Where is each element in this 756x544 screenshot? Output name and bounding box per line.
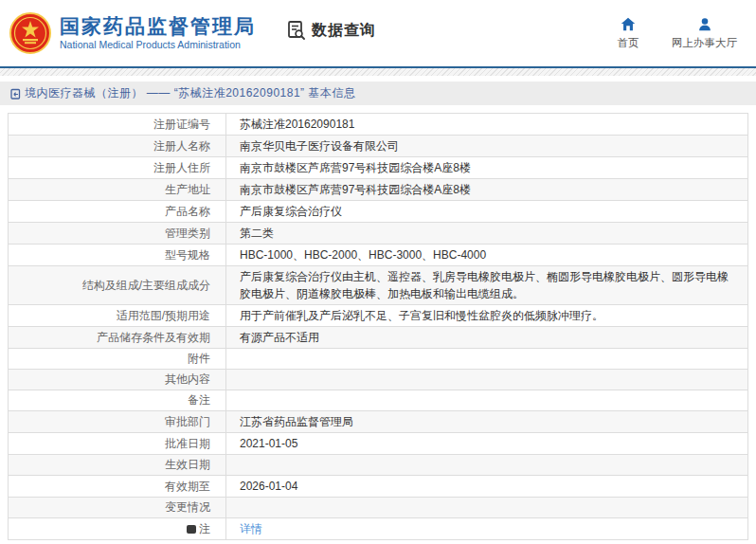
main-content: 注册证编号苏械注准20162090181注册人名称南京华贝电子医疗设备有限公司注… xyxy=(0,105,756,540)
row-value: 苏械注准20162090181 xyxy=(226,114,748,136)
table-row: 生效日期 xyxy=(9,455,748,476)
table-row: 结构及组成/主要组成成分产后康复综合治疗仪由主机、遥控器、乳房导电橡胶电极片、椭… xyxy=(9,266,748,305)
site-logo[interactable]: 国家药品监督管理局 National Medical Products Admi… xyxy=(9,12,256,54)
nav-service-hall[interactable]: 网上办事大厅 xyxy=(672,16,737,50)
row-label: 管理类别 xyxy=(9,223,226,245)
row-value: 详情 xyxy=(226,518,748,540)
table-row: 附件 xyxy=(9,349,748,370)
row-label: 适用范围/预期用途 xyxy=(9,305,226,327)
row-value: 江苏省药品监督管理局 xyxy=(226,411,748,433)
row-label: 注 xyxy=(9,518,226,540)
row-value xyxy=(226,349,748,370)
row-label: 产品储存条件及有效期 xyxy=(9,327,226,349)
site-subtitle: National Medical Products Administration xyxy=(60,38,256,51)
breadcrumb-text: 境内医疗器械（注册） —— “苏械注准20162090181” 基本信息 xyxy=(25,85,355,101)
table-row: 有效期至2026-01-04 xyxy=(9,476,748,498)
row-value: 2021-01-05 xyxy=(226,433,748,455)
row-label: 备注 xyxy=(9,390,226,411)
home-icon xyxy=(620,16,637,33)
row-value: 南京华贝电子医疗设备有限公司 xyxy=(226,136,748,157)
row-label: 生效日期 xyxy=(9,455,226,476)
row-value: 有源产品不适用 xyxy=(226,327,748,349)
table-row: 注册证编号苏械注准20162090181 xyxy=(9,114,748,136)
table-row: 批准日期2021-01-05 xyxy=(9,433,748,455)
header-nav: 首页 网上办事大厅 xyxy=(609,16,737,50)
row-value: HBC-1000、HBC-2000、HBC-3000、HBC-4000 xyxy=(226,245,748,266)
row-value: 产后康复综合治疗仪 xyxy=(226,201,748,223)
row-label: 审批部门 xyxy=(9,411,226,433)
back-icon[interactable] xyxy=(9,88,21,100)
table-row: 管理类别第二类 xyxy=(9,223,748,245)
row-label: 产品名称 xyxy=(9,201,226,223)
table-row: 其他内容 xyxy=(9,370,748,390)
site-header: 国家药品监督管理局 National Medical Products Admi… xyxy=(0,0,756,68)
row-value xyxy=(226,455,748,476)
row-label: 其他内容 xyxy=(9,370,226,390)
nav-service-hall-label: 网上办事大厅 xyxy=(672,36,737,50)
table-row: 注详情 xyxy=(9,518,748,540)
nav-home[interactable]: 首页 xyxy=(609,16,647,50)
table-row: 型号规格HBC-1000、HBC-2000、HBC-3000、HBC-4000 xyxy=(9,245,748,266)
row-value: 第二类 xyxy=(226,223,748,245)
table-row: 产品名称产后康复综合治疗仪 xyxy=(9,201,748,223)
row-label: 批准日期 xyxy=(9,433,226,455)
table-row: 备注 xyxy=(9,390,748,411)
row-value xyxy=(226,370,748,390)
breadcrumb: 境内医疗器械（注册） —— “苏械注准20162090181” 基本信息 xyxy=(0,82,756,105)
data-query-section[interactable]: 数据查询 xyxy=(286,20,376,41)
row-label: 附件 xyxy=(9,349,226,370)
row-value: 产后康复综合治疗仪由主机、遥控器、乳房导电橡胶电极片、椭圆形导电橡胶电极片、圆形… xyxy=(226,266,748,305)
row-label: 注册证编号 xyxy=(9,114,226,136)
hatch-divider xyxy=(0,68,756,76)
person-icon xyxy=(696,16,713,33)
note-bubble-icon xyxy=(187,525,196,534)
row-label: 注册人住所 xyxy=(9,157,226,179)
registration-info-table: 注册证编号苏械注准20162090181注册人名称南京华贝电子医疗设备有限公司注… xyxy=(8,113,748,540)
row-value xyxy=(226,498,748,518)
row-label: 结构及组成/主要组成成分 xyxy=(9,266,226,305)
table-row: 注册人名称南京华贝电子医疗设备有限公司 xyxy=(9,136,748,157)
data-query-label: 数据查询 xyxy=(312,21,376,41)
table-row: 变更情况 xyxy=(9,498,748,518)
row-value xyxy=(226,390,748,411)
row-label: 有效期至 xyxy=(9,476,226,498)
doc-search-icon xyxy=(286,20,307,41)
row-value: 2026-01-04 xyxy=(226,476,748,498)
site-title: 国家药品监督管理局 xyxy=(60,15,256,38)
table-row: 审批部门江苏省药品监督管理局 xyxy=(9,411,748,433)
row-value: 用于产前催乳及产后泌乳不足、子宫复旧和慢性盆腔炎的低频脉冲理疗。 xyxy=(226,305,748,327)
row-label: 注册人名称 xyxy=(9,136,226,157)
row-label: 生产地址 xyxy=(9,179,226,201)
table-row: 注册人住所南京市鼓楼区芦席营97号科技园综合楼A座8楼 xyxy=(9,157,748,179)
site-title-block: 国家药品监督管理局 National Medical Products Admi… xyxy=(60,15,256,51)
table-row: 适用范围/预期用途用于产前催乳及产后泌乳不足、子宫复旧和慢性盆腔炎的低频脉冲理疗… xyxy=(9,305,748,327)
row-label: 型号规格 xyxy=(9,245,226,266)
national-emblem-icon xyxy=(9,12,51,54)
nav-home-label: 首页 xyxy=(618,36,639,50)
table-row: 生产地址南京市鼓楼区芦席营97号科技园综合楼A座8楼 xyxy=(9,179,748,201)
row-label: 变更情况 xyxy=(9,498,226,518)
row-value: 南京市鼓楼区芦席营97号科技园综合楼A座8楼 xyxy=(226,179,748,201)
detail-link[interactable]: 详情 xyxy=(240,522,262,535)
table-row: 产品储存条件及有效期有源产品不适用 xyxy=(9,327,748,349)
info-table-body: 注册证编号苏械注准20162090181注册人名称南京华贝电子医疗设备有限公司注… xyxy=(9,114,748,540)
row-value: 南京市鼓楼区芦席营97号科技园综合楼A座8楼 xyxy=(226,157,748,179)
